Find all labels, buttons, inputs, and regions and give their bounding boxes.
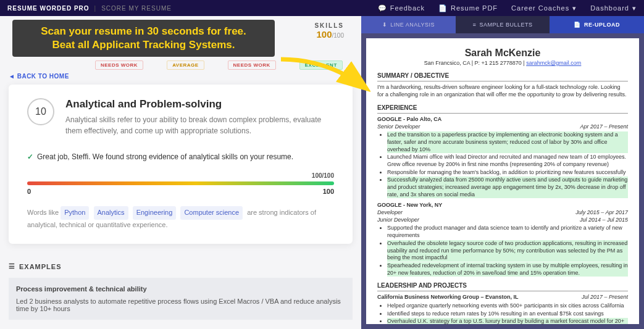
chip-needs-work: NEEDS WORK [95,60,143,70]
nav-coaches[interactable]: Career Coaches▾ [511,4,577,12]
resume-contact: San Francsico, CA | P: +1 215 2778870 | … [377,60,628,67]
list-icon: ≡ [473,22,477,28]
resume-email[interactable]: sarahmck@gmail.com [526,60,581,66]
nav-pdf[interactable]: 📄Resume PDF [438,4,498,12]
doc-icon: 📄 [438,4,448,12]
back-home-link[interactable]: ◄ BACK TO HOME [9,73,69,80]
tag-pill[interactable]: Python [61,206,89,220]
feedback-line: ✓ Great job, Steffi. We found strong evi… [27,152,334,161]
download-icon: ⬇ [382,22,388,28]
list-icon: ☰ [9,262,15,270]
skill-card: 10 Analytical and Problem-solving Analyt… [9,85,353,244]
resume-name: Sarah McKenzie [377,47,628,60]
tags-text: Words like Python Analytics Engineering … [27,206,334,230]
chip-needs-work-2: NEEDS WORK [228,60,276,70]
skills-label: SKILLS [314,22,344,29]
chevron-down-icon: ▾ [632,4,637,12]
nav-dashboard[interactable]: Dashboard▾ [590,4,637,12]
chip-average: AVERAGE [167,60,204,70]
tag-pill[interactable]: Analytics [94,206,128,220]
tab-sample-bullets[interactable]: ≡SAMPLE BULLETS [456,16,550,33]
card-desc: Analytical skills refer to your ability … [65,114,334,136]
nav-feedback[interactable]: 💬Feedback [378,4,425,12]
chevron-down-icon: ▾ [572,4,577,12]
card-title: Analytical and Problem-solving [65,98,334,110]
tag-pill[interactable]: Engineering [133,206,177,220]
example-box: Process improvement & technical ability … [9,278,353,320]
promo-banner: Scan your resume in 30 seconds for free.… [12,20,275,57]
upload-icon: 📄 [574,22,581,28]
chat-icon: 💬 [378,4,387,12]
score-circle: 10 [27,98,54,125]
right-pane: ⬇LINE ANALYSIS ≡SAMPLE BULLETS 📄RE-UPLOA… [361,16,644,329]
skills-score: 100 [317,29,332,40]
gradient-bar: 100/100 0100 [27,172,334,195]
tag-pill[interactable]: Computer science [180,206,243,220]
left-pane: Scan your resume in 30 seconds for free.… [0,16,361,329]
tabs-row: ⬇LINE ANALYSIS ≡SAMPLE BULLETS 📄RE-UPLOA… [361,16,644,33]
brand-logo[interactable]: RESUME WORDED PRO [7,5,90,12]
chip-excellent: EXCELLENT [299,60,343,70]
examples-header: ☰ EXAMPLES [9,262,353,270]
top-nav: RESUME WORDED PRO | SCORE MY RESUME 💬Fee… [0,0,644,16]
tab-reupload[interactable]: 📄RE-UPLOAD [550,16,644,33]
check-icon: ✓ [27,152,33,161]
nav-subtitle: SCORE MY RESUME [101,5,172,12]
resume-preview: Sarah McKenzie San Francsico, CA | P: +1… [366,38,639,324]
tab-line-analysis[interactable]: ⬇LINE ANALYSIS [361,16,456,33]
